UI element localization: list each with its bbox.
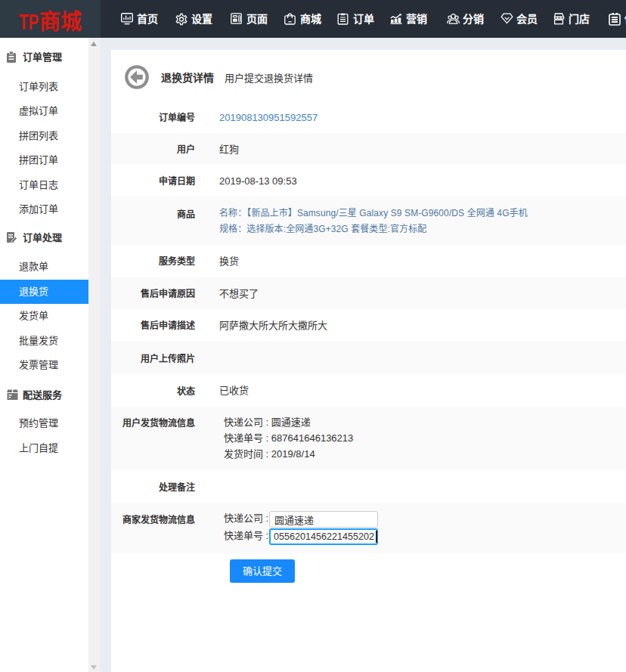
svg-text:商城: 商城: [39, 10, 82, 34]
svg-text:TP: TP: [19, 10, 39, 34]
